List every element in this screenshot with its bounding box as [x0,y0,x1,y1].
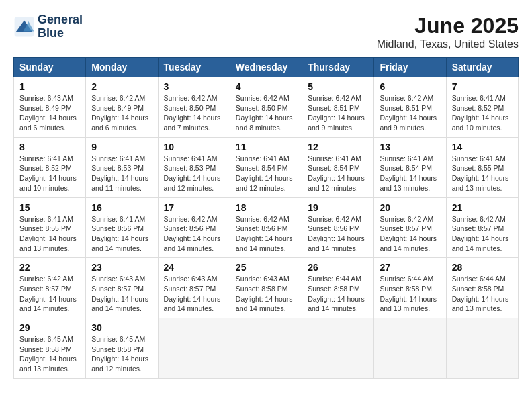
day-number: 27 [380,262,440,273]
day-info: Sunrise: 6:43 AM Sunset: 8:49 PM Dayligh… [19,93,80,133]
table-row: 22 Sunrise: 6:42 AM Sunset: 8:57 PM Dayl… [14,258,86,318]
day-number: 25 [236,262,296,273]
logo-icon [13,16,35,38]
day-number: 24 [164,262,224,273]
col-friday: Friday [374,58,446,77]
day-number: 21 [452,202,513,213]
table-row: 21 Sunrise: 6:42 AM Sunset: 8:57 PM Dayl… [446,197,518,258]
day-info: Sunrise: 6:41 AM Sunset: 8:55 PM Dayligh… [452,154,513,193]
calendar-week-4: 22 Sunrise: 6:42 AM Sunset: 8:57 PM Dayl… [14,258,519,318]
day-info: Sunrise: 6:41 AM Sunset: 8:55 PM Dayligh… [19,214,80,254]
day-info: Sunrise: 6:45 AM Sunset: 8:58 PM Dayligh… [91,334,152,374]
calendar-week-3: 15 Sunrise: 6:41 AM Sunset: 8:55 PM Dayl… [14,197,519,258]
day-number: 5 [308,81,368,92]
day-info: Sunrise: 6:42 AM Sunset: 8:49 PM Dayligh… [91,93,152,133]
day-number: 15 [19,202,80,213]
table-row: 25 Sunrise: 6:43 AM Sunset: 8:58 PM Dayl… [230,258,302,318]
col-sunday: Sunday [14,58,86,77]
day-info: Sunrise: 6:42 AM Sunset: 8:50 PM Dayligh… [164,93,224,133]
table-row [230,318,302,379]
table-row: 24 Sunrise: 6:43 AM Sunset: 8:57 PM Dayl… [158,258,230,318]
day-number: 3 [164,81,224,92]
table-row: 23 Sunrise: 6:43 AM Sunset: 8:57 PM Dayl… [86,258,158,318]
table-row: 1 Sunrise: 6:43 AM Sunset: 8:49 PM Dayli… [14,77,86,138]
day-number: 26 [308,262,368,273]
calendar-week-1: 1 Sunrise: 6:43 AM Sunset: 8:49 PM Dayli… [14,77,519,138]
day-number: 19 [308,202,368,213]
table-row: 13 Sunrise: 6:41 AM Sunset: 8:54 PM Dayl… [374,137,446,197]
table-row: 18 Sunrise: 6:42 AM Sunset: 8:56 PM Dayl… [230,197,302,258]
day-info: Sunrise: 6:45 AM Sunset: 8:58 PM Dayligh… [19,334,80,374]
page-header: General Blue June 2025 Midland, Texas, U… [13,13,519,50]
col-tuesday: Tuesday [158,58,230,77]
day-info: Sunrise: 6:41 AM Sunset: 8:52 PM Dayligh… [452,93,513,133]
day-number: 29 [19,322,80,333]
day-info: Sunrise: 6:41 AM Sunset: 8:53 PM Dayligh… [91,154,152,193]
day-number: 16 [91,202,152,213]
day-number: 2 [91,81,152,92]
day-number: 7 [452,81,513,92]
table-row: 11 Sunrise: 6:41 AM Sunset: 8:54 PM Dayl… [230,137,302,197]
day-number: 12 [308,142,368,152]
calendar-header-row: Sunday Monday Tuesday Wednesday Thursday… [14,58,519,77]
day-info: Sunrise: 6:43 AM Sunset: 8:58 PM Dayligh… [236,274,296,314]
day-info: Sunrise: 6:44 AM Sunset: 8:58 PM Dayligh… [452,274,513,314]
day-info: Sunrise: 6:42 AM Sunset: 8:51 PM Dayligh… [308,93,368,133]
table-row: 27 Sunrise: 6:44 AM Sunset: 8:58 PM Dayl… [374,258,446,318]
day-number: 9 [91,142,152,152]
table-row: 5 Sunrise: 6:42 AM Sunset: 8:51 PM Dayli… [302,77,374,138]
table-row: 4 Sunrise: 6:42 AM Sunset: 8:50 PM Dayli… [230,77,302,138]
day-number: 6 [380,81,440,92]
table-row: 8 Sunrise: 6:41 AM Sunset: 8:52 PM Dayli… [14,137,86,197]
table-row [446,318,518,379]
table-row: 28 Sunrise: 6:44 AM Sunset: 8:58 PM Dayl… [446,258,518,318]
day-info: Sunrise: 6:42 AM Sunset: 8:57 PM Dayligh… [380,214,440,254]
day-info: Sunrise: 6:41 AM Sunset: 8:56 PM Dayligh… [91,214,152,254]
day-number: 1 [19,81,80,92]
day-info: Sunrise: 6:41 AM Sunset: 8:54 PM Dayligh… [308,154,368,193]
table-row: 14 Sunrise: 6:41 AM Sunset: 8:55 PM Dayl… [446,137,518,197]
col-saturday: Saturday [446,58,518,77]
day-number: 20 [380,202,440,213]
day-number: 23 [91,262,152,273]
logo: General Blue [13,13,83,40]
table-row [374,318,446,379]
day-number: 18 [236,202,296,213]
col-thursday: Thursday [302,58,374,77]
day-info: Sunrise: 6:44 AM Sunset: 8:58 PM Dayligh… [380,274,440,314]
col-wednesday: Wednesday [230,58,302,77]
day-info: Sunrise: 6:41 AM Sunset: 8:54 PM Dayligh… [236,154,296,193]
table-row: 12 Sunrise: 6:41 AM Sunset: 8:54 PM Dayl… [302,137,374,197]
day-info: Sunrise: 6:42 AM Sunset: 8:50 PM Dayligh… [236,93,296,133]
day-number: 17 [164,202,224,213]
day-info: Sunrise: 6:42 AM Sunset: 8:57 PM Dayligh… [19,274,80,314]
calendar-week-5: 29 Sunrise: 6:45 AM Sunset: 8:58 PM Dayl… [14,318,519,379]
table-row: 30 Sunrise: 6:45 AM Sunset: 8:58 PM Dayl… [86,318,158,379]
calendar-week-2: 8 Sunrise: 6:41 AM Sunset: 8:52 PM Dayli… [14,137,519,197]
day-info: Sunrise: 6:42 AM Sunset: 8:56 PM Dayligh… [236,214,296,254]
table-row: 2 Sunrise: 6:42 AM Sunset: 8:49 PM Dayli… [86,77,158,138]
day-info: Sunrise: 6:43 AM Sunset: 8:57 PM Dayligh… [91,274,152,314]
day-info: Sunrise: 6:41 AM Sunset: 8:53 PM Dayligh… [164,154,224,193]
table-row: 7 Sunrise: 6:41 AM Sunset: 8:52 PM Dayli… [446,77,518,138]
day-number: 13 [380,142,440,152]
day-number: 14 [452,142,513,152]
title-area: June 2025 Midland, Texas, United States [377,13,519,50]
day-number: 10 [164,142,224,152]
day-info: Sunrise: 6:43 AM Sunset: 8:57 PM Dayligh… [164,274,224,314]
table-row: 10 Sunrise: 6:41 AM Sunset: 8:53 PM Dayl… [158,137,230,197]
logo-text: General Blue [38,13,83,40]
month-title: June 2025 [377,13,519,38]
table-row: 6 Sunrise: 6:42 AM Sunset: 8:51 PM Dayli… [374,77,446,138]
table-row: 15 Sunrise: 6:41 AM Sunset: 8:55 PM Dayl… [14,197,86,258]
location-title: Midland, Texas, United States [377,38,519,50]
table-row: 26 Sunrise: 6:44 AM Sunset: 8:58 PM Dayl… [302,258,374,318]
day-info: Sunrise: 6:42 AM Sunset: 8:56 PM Dayligh… [164,214,224,254]
day-info: Sunrise: 6:41 AM Sunset: 8:52 PM Dayligh… [19,154,80,193]
table-row: 17 Sunrise: 6:42 AM Sunset: 8:56 PM Dayl… [158,197,230,258]
day-number: 22 [19,262,80,273]
table-row [302,318,374,379]
table-row: 19 Sunrise: 6:42 AM Sunset: 8:56 PM Dayl… [302,197,374,258]
day-info: Sunrise: 6:42 AM Sunset: 8:56 PM Dayligh… [308,214,368,254]
table-row: 29 Sunrise: 6:45 AM Sunset: 8:58 PM Dayl… [14,318,86,379]
